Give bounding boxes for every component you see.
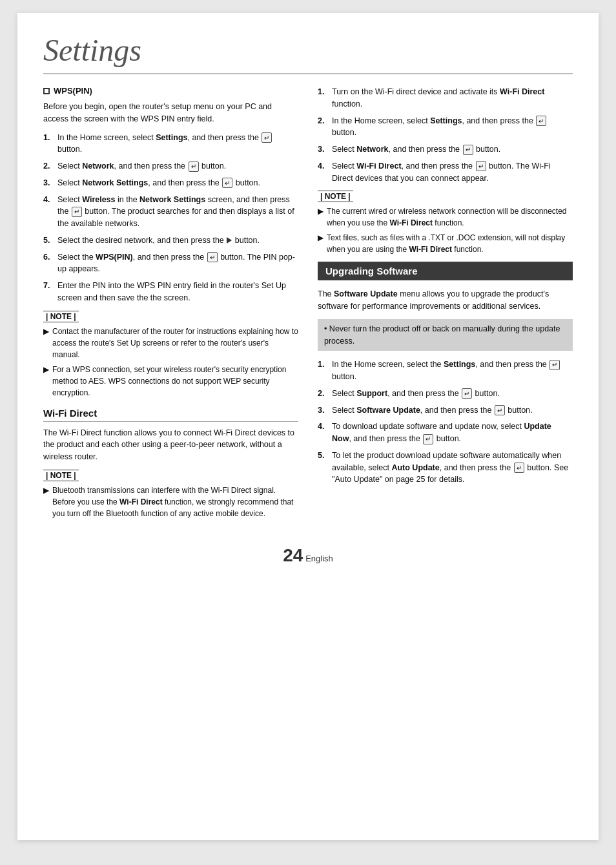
step-num: 5. [43, 234, 54, 247]
note-text: The current wired or wireless network co… [327, 205, 573, 229]
wifi-direct-note-2b: ▶ Text files, such as files with a .TXT … [318, 232, 573, 255]
step-num: 5. [318, 450, 328, 486]
wifi-direct-note-block-2: | NOTE | ▶ The current wired or wireless… [318, 191, 573, 255]
step-text: Select Network Settings, and then press … [57, 177, 260, 189]
wps-note-1: ▶ Contact the manufacturer of the router… [43, 326, 298, 360]
enter-icon: ↵ [495, 405, 505, 415]
page-title: Settings [43, 32, 573, 74]
page: Settings WPS(PIN) Before you begin, open… [17, 13, 599, 840]
arrow-bullet-icon: ▶ [43, 485, 49, 519]
step-text: Turn on the Wi-Fi direct device and acti… [332, 86, 573, 110]
enter-icon: ↵ [423, 434, 433, 444]
upgrade-step-2: 2. Select Support, and then press the ↵ … [318, 388, 573, 400]
step-num: 6. [43, 251, 54, 276]
page-number: 24 [283, 545, 303, 565]
wps-notes: ▶ Contact the manufacturer of the router… [43, 326, 298, 399]
upgrade-step-3: 3. Select Software Update, and then pres… [318, 404, 573, 417]
highlight-note-text: • Never turn the product off or back on … [324, 324, 560, 346]
wifi-direct-note-2a: ▶ The current wired or wireless network … [318, 205, 573, 229]
step-text: Select the WPS(PIN), and then press the … [57, 251, 298, 276]
wps-step-6: 6. Select the WPS(PIN), and then press t… [43, 251, 298, 276]
step-text: Select Software Update, and then press t… [332, 404, 533, 417]
note-label: | NOTE | [43, 311, 79, 322]
arrow-bullet-icon: ▶ [318, 205, 323, 229]
arrow-bullet-icon: ▶ [43, 364, 49, 399]
step-num: 3. [43, 177, 54, 189]
note-text: Bluetooth transmissions can interfere wi… [52, 485, 298, 519]
enter-icon: ↵ [514, 463, 524, 473]
note-text: Text files, such as files with a .TXT or… [327, 232, 573, 255]
wifi-direct-steps: 1. Turn on the Wi-Fi direct device and a… [318, 86, 573, 184]
wps-step-4: 4. Select Wireless in the Network Settin… [43, 194, 298, 230]
step-text: Enter the PIN into the WPS PIN entry fie… [57, 280, 298, 304]
enter-icon: ↵ [262, 132, 272, 143]
wps-pin-intro: Before you begin, open the router's setu… [43, 101, 298, 125]
step-text: In the Home screen, select Settings, and… [57, 132, 298, 156]
step-num: 2. [43, 160, 54, 172]
wps-pin-title: WPS(PIN) [54, 86, 92, 96]
upgrade-step-4: 4. To download update software and updat… [318, 421, 573, 445]
wps-step-2: 2. Select Network, and then press the ↵ … [43, 160, 298, 172]
step-num: 7. [43, 280, 54, 304]
step-num: 4. [43, 194, 54, 230]
step-num: 2. [318, 115, 328, 140]
left-column: WPS(PIN) Before you begin, open the rout… [43, 86, 298, 526]
step-num: 2. [318, 388, 328, 400]
enter-icon: ↵ [463, 145, 473, 155]
upgrade-steps: 1. In the Home screen, select the Settin… [318, 359, 573, 486]
step-num: 1. [318, 359, 328, 383]
two-column-layout: WPS(PIN) Before you begin, open the rout… [43, 86, 573, 526]
upgrade-step-1: 1. In the Home screen, select the Settin… [318, 359, 573, 383]
note-label: | NOTE | [318, 191, 353, 202]
page-footer: 24 English [43, 545, 573, 566]
wifi-direct-notes-2: ▶ The current wired or wireless network … [318, 205, 573, 255]
arrow-bullet-icon: ▶ [318, 232, 323, 255]
step-text: To let the product download update softw… [332, 450, 573, 486]
wifi-direct-step-2: 2. In the Home screen, select Settings, … [318, 115, 573, 140]
upgrade-step-5: 5. To let the product download update so… [318, 450, 573, 486]
step-text: In the Home screen, select the Settings,… [332, 359, 573, 383]
enter-icon: ↵ [462, 388, 472, 399]
enter-icon: ↵ [222, 178, 232, 188]
upgrading-software-header: Upgrading Software [318, 262, 573, 280]
note-label: | NOTE | [43, 470, 79, 481]
wps-note-block: | NOTE | ▶ Contact the manufacturer of t… [43, 311, 298, 399]
wifi-direct-step-1: 1. Turn on the Wi-Fi direct device and a… [318, 86, 573, 110]
enter-icon: ↵ [72, 207, 82, 217]
wps-note-2: ▶ For a WPS connection, set your wireles… [43, 364, 298, 399]
step-num: 3. [318, 143, 328, 156]
enter-icon: ↵ [549, 360, 560, 370]
wps-step-3: 3. Select Network Settings, and then pre… [43, 177, 298, 189]
step-text: To download update software and update n… [332, 421, 573, 445]
wifi-direct-note-block: | NOTE | ▶ Bluetooth transmissions can i… [43, 470, 298, 519]
enter-icon: ↵ [476, 161, 486, 171]
wifi-direct-notes: ▶ Bluetooth transmissions can interfere … [43, 485, 298, 519]
wps-pin-steps: 1. In the Home screen, select Settings, … [43, 132, 298, 304]
square-bullet-icon [43, 88, 50, 94]
play-arrow-icon [227, 237, 232, 244]
step-num: 1. [43, 132, 54, 156]
wps-step-7: 7. Enter the PIN into the WPS PIN entry … [43, 280, 298, 304]
upgrade-highlight-note: • Never turn the product off or back on … [318, 319, 573, 351]
enter-icon: ↵ [189, 162, 199, 172]
step-num: 1. [318, 86, 328, 110]
step-text: Select Network, and then press the ↵ but… [332, 143, 500, 156]
note-text: For a WPS connection, set your wireless … [52, 364, 298, 399]
wifi-direct-title: Wi-Fi Direct [43, 408, 298, 422]
step-text: Select the desired network, and then pre… [57, 234, 260, 247]
right-column: 1. Turn on the Wi-Fi direct device and a… [318, 86, 573, 526]
step-num: 4. [318, 421, 328, 445]
note-text: Contact the manufacturer of the router f… [52, 326, 298, 360]
page-language: English [305, 554, 333, 563]
step-text: Select Wi-Fi Direct, and then press the … [332, 160, 573, 185]
step-num: 3. [318, 404, 328, 417]
step-text: In the Home screen, select Settings, and… [332, 115, 573, 140]
upgrading-software-intro: The Software Update menu allows you to u… [318, 288, 573, 313]
enter-icon: ↵ [207, 252, 218, 262]
enter-icon: ↵ [536, 116, 546, 126]
arrow-bullet-icon: ▶ [43, 326, 49, 360]
wifi-direct-step-4: 4. Select Wi-Fi Direct, and then press t… [318, 160, 573, 185]
wps-pin-header: WPS(PIN) [43, 86, 92, 96]
wifi-direct-step-3: 3. Select Network, and then press the ↵ … [318, 143, 573, 156]
step-num: 4. [318, 160, 328, 185]
